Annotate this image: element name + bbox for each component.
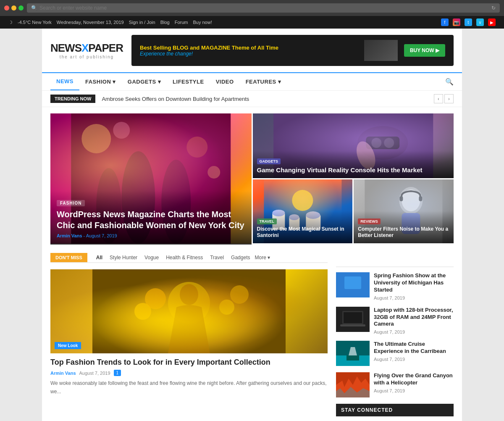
top-bar: ☽ -4.5°C New York Wednesday, November 13… [0, 16, 504, 29]
nav-item-features[interactable]: FEATURES [240, 73, 287, 90]
date-display: Wednesday, November 13, 2019 [57, 20, 124, 25]
hero-main-title: WordPress News Magazine Charts the Most … [57, 209, 245, 231]
svg-point-16 [292, 190, 313, 211]
tab-all[interactable]: All [94, 253, 105, 262]
fashion-thumb-svg [336, 272, 370, 297]
svg-point-32 [134, 303, 151, 320]
vr-overlay: GADGETS Game Changing Virtual Reality Co… [253, 151, 454, 179]
instagram-icon[interactable]: 📷 [453, 18, 460, 26]
trending-label: TRENDING NOW [50, 95, 95, 103]
nav-item-gadgets[interactable]: GADGETS [122, 73, 167, 90]
laptop-thumb [336, 307, 370, 332]
twitter-icon[interactable]: t [465, 18, 472, 26]
refresh-icon[interactable]: ↻ [491, 5, 496, 11]
maximize-button[interactable] [18, 5, 24, 11]
site-logo[interactable]: NEWSXPAPER the art of publishing [50, 42, 123, 59]
address-bar[interactable]: 🔍 ↻ [27, 3, 500, 13]
svg-rect-46 [346, 355, 359, 360]
svg-point-4 [207, 166, 220, 179]
svg-rect-42 [340, 324, 365, 326]
hero-vr-article[interactable]: GADGETS Game Changing Virtual Reality Co… [253, 113, 454, 178]
logo-paper: PAPER [88, 42, 123, 54]
nav-item-video[interactable]: VIDEO [210, 73, 240, 90]
trending-prev-button[interactable]: ‹ [434, 94, 443, 103]
tab-travel[interactable]: Travel [207, 253, 226, 262]
trending-text: Ambrose Seeks Offers on Downtown Buildin… [102, 96, 428, 102]
top-bar-right: f 📷 t v ▶ [441, 18, 496, 26]
hero-filters-article[interactable]: REVIEWS Computer Filters Noise to Make Y… [354, 179, 454, 243]
banner-subtitle: Experience the change! [140, 51, 358, 57]
weather-moon-icon: ☽ [8, 20, 13, 25]
svg-rect-11 [366, 137, 399, 149]
laptop-thumb-svg [336, 307, 370, 332]
close-button[interactable] [4, 5, 9, 11]
svg-rect-38 [344, 276, 361, 289]
minimize-button[interactable] [11, 5, 16, 11]
site-header: NEWSXPAPER the art of publishing Best Se… [42, 29, 462, 72]
list-item[interactable]: Laptop with 128-bit Processor, 32GB of R… [336, 307, 454, 335]
svg-point-24 [399, 187, 423, 214]
nav-item-fashion[interactable]: FASHION [79, 73, 122, 90]
site-wrapper: NEWSXPAPER the art of publishing Best Se… [42, 29, 462, 421]
svg-rect-41 [344, 312, 362, 323]
tab-gadgets[interactable]: Gadgets [228, 253, 252, 262]
article-thumbnail [336, 307, 370, 332]
blog-link[interactable]: Blog [160, 20, 170, 25]
nav-item-lifestyle[interactable]: LIFESTYLE [167, 73, 210, 90]
small-articles-section: Spring Fashion Show at the University of… [336, 253, 454, 397]
search-button[interactable]: 🔍 [445, 78, 454, 86]
logo-x: X [81, 42, 88, 54]
banner-buy-button[interactable]: BUY NOW ▶ [404, 44, 445, 57]
tabs-more-button[interactable]: More ▾ [255, 255, 270, 260]
forum-link[interactable]: Forum [175, 20, 188, 25]
featured-article-title: Top Fashion Trends to Look for in Every … [50, 358, 328, 367]
signin-link[interactable]: Sign in / Join [129, 20, 155, 25]
svg-point-25 [402, 189, 420, 211]
logo-tagline: the art of publishing [50, 55, 123, 59]
dont-miss-label: DON'T MISS [50, 253, 87, 262]
article-info: Spring Fashion Show at the University of… [374, 272, 454, 300]
cruise-thumb [336, 341, 370, 366]
svg-point-1 [81, 124, 111, 153]
youtube-icon[interactable]: ▶ [488, 18, 496, 26]
svg-point-35 [230, 285, 249, 304]
search-icon: 🔍 [31, 5, 37, 11]
list-item[interactable]: The Ultimate Cruise Experience in the Ca… [336, 341, 454, 366]
weather-display: -4.5°C New York [18, 20, 52, 25]
header-banner[interactable]: Best Selling BLOG and MAGAZINE Theme of … [131, 35, 454, 66]
dont-miss-tabs: All Style Hunter Vogue Health & Fitness … [94, 253, 270, 262]
list-item[interactable]: Spring Fashion Show at the University of… [336, 272, 454, 300]
featured-article-image[interactable]: New Look [50, 269, 328, 353]
tab-style-hunter[interactable]: Style Hunter [107, 253, 140, 262]
hero-main-overlay: FASHION WordPress News Magazine Charts t… [50, 191, 252, 245]
main-content: FASHION WordPress News Magazine Charts t… [42, 107, 462, 421]
article-title: Flying Over the Grand Canyon with a Heli… [374, 372, 454, 387]
santorini-category-badge: TRAVEL [257, 218, 277, 224]
svg-point-34 [219, 300, 234, 315]
tab-health-fitness[interactable]: Health & Fitness [163, 253, 205, 262]
fashion-thumb [336, 272, 370, 297]
article-thumbnail [336, 272, 370, 297]
article-title: Laptop with 128-bit Processor, 32GB of R… [374, 307, 454, 328]
article-info: The Ultimate Cruise Experience in the Ca… [374, 341, 454, 366]
trending-next-button[interactable]: › [444, 94, 454, 103]
hero-date: August 7, 2019 [86, 233, 117, 238]
banner-text: Best Selling BLOG and MAGAZINE Theme of … [140, 45, 358, 57]
new-look-badge: New Look [55, 342, 81, 349]
top-bar-left: ☽ -4.5°C New York Wednesday, November 13… [8, 20, 435, 25]
svg-point-2 [113, 122, 130, 139]
buynow-link[interactable]: Buy now! [193, 20, 212, 25]
facebook-icon[interactable]: f [441, 18, 449, 26]
tab-vogue[interactable]: Vogue [142, 253, 161, 262]
url-input[interactable] [39, 5, 489, 11]
featured-excerpt: We woke reasonably late following the fe… [50, 379, 328, 395]
banner-title: Best Selling BLOG and MAGAZINE Theme of … [140, 45, 358, 51]
hero-santorini-article[interactable]: TRAVEL Discover the Most Magical Sunset … [253, 179, 353, 243]
browser-chrome: 🔍 ↻ [0, 0, 504, 16]
nav-item-news[interactable]: NEWS [50, 73, 79, 90]
vimeo-icon[interactable]: v [476, 18, 484, 26]
hero-main-article[interactable]: FASHION WordPress News Magazine Charts t… [50, 113, 252, 245]
list-item[interactable]: Flying Over the Grand Canyon with a Heli… [336, 372, 454, 397]
banner-prefix: Best Selling [140, 45, 173, 51]
article-date: August 7, 2019 [374, 295, 454, 300]
